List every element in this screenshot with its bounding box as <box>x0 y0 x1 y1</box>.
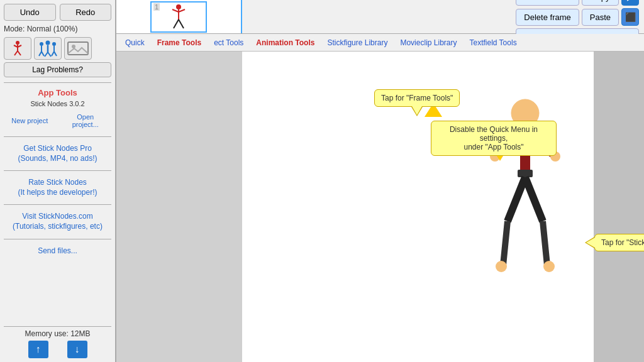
rate-button[interactable]: Rate Stick Nodes(It helps the developer!… <box>4 176 111 199</box>
project-buttons-row: New project Open project... <box>4 110 111 131</box>
topbar: 1 Add frame Copy ▶ <box>116 0 644 34</box>
mode-label: Mode: Normal (100%) <box>4 23 111 35</box>
svg-line-25 <box>179 19 184 28</box>
redo-button[interactable]: Redo <box>60 4 112 21</box>
divider-2 <box>4 136 111 137</box>
svg-line-36 <box>543 221 547 265</box>
svg-line-12 <box>45 52 48 57</box>
undo-button[interactable]: Undo <box>4 4 56 21</box>
tab-object-tools[interactable]: ect Tools <box>208 36 250 50</box>
svg-point-10 <box>46 41 50 45</box>
svg-line-34 <box>525 177 543 221</box>
svg-point-37 <box>496 261 507 272</box>
svg-line-22 <box>172 9 179 12</box>
image-icon-button[interactable] <box>64 37 92 60</box>
tab-textfield-tools[interactable]: Textfield Tools <box>463 36 523 50</box>
frame-number: 1 <box>153 3 160 11</box>
memory-row: Memory use: 12MB ↑ ↓ <box>4 326 111 358</box>
canvas-area[interactable]: Tap for "Frame Tools" Disable the Quick … <box>116 52 644 362</box>
tabs-row: Quick Frame Tools ect Tools Animation To… <box>116 34 644 52</box>
svg-line-35 <box>503 221 508 265</box>
svg-point-6 <box>40 42 43 46</box>
undo-redo-row: Undo Redo <box>4 4 111 21</box>
visit-button[interactable]: Visit StickNodes.com(Tutorials, stickfig… <box>4 210 111 233</box>
thumb-stickfigure <box>160 2 197 32</box>
lag-problems-button[interactable]: Lag Problems? <box>4 62 111 77</box>
paste-button[interactable]: Paste <box>582 9 619 26</box>
svg-line-4 <box>14 51 18 55</box>
delete-frame-button[interactable]: Delete frame <box>516 9 579 26</box>
open-project-button[interactable]: Open project... <box>60 110 112 131</box>
divider-5 <box>4 239 111 239</box>
frame-tools-tooltip: Tap for "Frame Tools" <box>374 89 460 107</box>
frame-tools-tooltip-text: Tap for "Frame Tools" <box>381 94 453 102</box>
svg-line-13 <box>48 52 51 57</box>
scroll-arrows: ↑ ↓ <box>4 341 111 358</box>
tab-movieclip-library[interactable]: Movieclip Library <box>394 36 463 50</box>
frame-thumbnail-area: 1 <box>116 0 242 33</box>
svg-line-16 <box>52 52 54 56</box>
svg-line-33 <box>508 177 525 221</box>
svg-line-9 <box>42 52 44 56</box>
scroll-up-button[interactable]: ↑ <box>28 341 48 358</box>
right-controls: Add frame Copy ▶ Delete frame Paste ⬛ Vi… <box>511 0 644 33</box>
svg-line-17 <box>54 52 57 56</box>
divider-1 <box>4 82 111 83</box>
white-canvas[interactable]: Tap for "Frame Tools" Disable the Quick … <box>242 52 594 362</box>
svg-line-8 <box>39 52 42 56</box>
get-pro-button[interactable]: Get Stick Nodes Pro(Sounds, MP4, no ads!… <box>4 142 111 165</box>
disable-quick-text: Disable the Quick Menu in settings,under… <box>450 125 538 151</box>
svg-point-14 <box>52 42 56 46</box>
tab-stickfigure-library[interactable]: Stickfigure Library <box>321 36 394 50</box>
svg-point-0 <box>16 41 19 45</box>
send-files-button[interactable]: Send files... <box>4 244 111 258</box>
svg-line-24 <box>174 19 179 28</box>
frame-thumb: 1 <box>150 1 207 33</box>
app-version: Stick Nodes 3.0.2 <box>4 100 111 107</box>
memory-label: Memory use: 12MB <box>4 329 111 338</box>
svg-line-5 <box>18 51 21 55</box>
divider-4 <box>4 204 111 205</box>
settings-button[interactable]: ⬛ <box>621 8 639 26</box>
svg-point-19 <box>72 45 75 48</box>
tooltip-arrow-down <box>412 106 422 115</box>
add-frame-button[interactable]: Add frame <box>516 0 579 6</box>
tab-quick[interactable]: Quick <box>119 36 151 50</box>
main-area: 1 Add frame Copy ▶ <box>116 0 644 362</box>
play-button[interactable]: ▶ <box>621 0 639 6</box>
right-strip <box>594 52 644 362</box>
svg-point-20 <box>176 4 181 9</box>
icon-row <box>4 37 111 60</box>
tooltip-arrow-left <box>586 238 595 248</box>
svg-point-38 <box>543 261 555 272</box>
tab-animation-tools[interactable]: Animation Tools <box>250 36 321 50</box>
tab-frame-tools[interactable]: Frame Tools <box>151 36 208 50</box>
group-icon-button[interactable] <box>34 37 62 60</box>
app-tools-title: App Tools <box>4 88 111 97</box>
disable-quick-tooltip: Disable the Quick Menu in settings,under… <box>431 121 557 156</box>
new-project-button[interactable]: New project <box>4 110 56 131</box>
copy-button[interactable]: Copy <box>582 0 619 6</box>
topbar-inner: 1 Add frame Copy ▶ <box>116 0 644 33</box>
stickfigure-tools-tooltip: Tap for "Stickfigure Tools" <box>594 234 644 251</box>
sidebar: Undo Redo Mode: Normal (100%) <box>0 0 116 362</box>
divider-3 <box>4 170 111 171</box>
stickfigure-icon-button[interactable] <box>4 37 31 60</box>
svg-rect-18 <box>68 42 88 55</box>
stickfigure-tools-text: Tap for "Stickfigure Tools" <box>601 238 644 247</box>
svg-rect-32 <box>518 170 533 177</box>
scroll-down-button[interactable]: ↓ <box>67 341 87 358</box>
svg-line-23 <box>179 9 185 12</box>
